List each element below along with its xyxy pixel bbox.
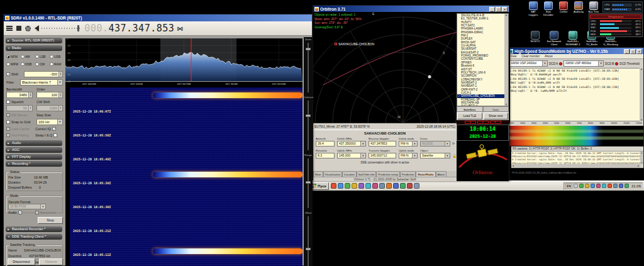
panel-header-audio[interactable]: ▶Audio xyxy=(6,140,62,146)
dropdown-arrow-icon[interactable]: ▼ xyxy=(598,61,603,66)
downlink-mode-dropdown[interactable]: FM-N▼ xyxy=(399,141,418,147)
bandwidth-input[interactable]: 3480▲▼ xyxy=(6,92,33,98)
quicklaunch-icon[interactable] xyxy=(365,183,371,189)
tray-icon[interactable] xyxy=(596,184,601,188)
transmit-doppler-field[interactable]: 145.000712 xyxy=(369,153,396,158)
close-icon[interactable]: × xyxy=(636,49,642,54)
tab-main[interactable]: Main xyxy=(313,171,323,177)
tab-visualisation[interactable]: Visualisation xyxy=(323,171,343,177)
elevation-field[interactable]: 8.3 xyxy=(316,153,335,158)
tray-icon[interactable] xyxy=(625,184,629,188)
radio-button-icon[interactable] xyxy=(6,62,10,66)
receive-doppler-field[interactable]: 437.347853 xyxy=(369,141,396,147)
slider-offset[interactable]: Offset xyxy=(304,211,313,266)
tray-icon[interactable] xyxy=(602,184,606,188)
mode-wfm[interactable]: WFM xyxy=(6,60,21,68)
desktop-icon-sat-network-client[interactable]: Sat Network Client xyxy=(545,31,564,46)
mode-nfm[interactable]: NFM xyxy=(6,53,21,60)
order-input[interactable]: 100▲▼ xyxy=(36,92,63,98)
tray-icon[interactable] xyxy=(613,184,618,188)
panel-header-baseband-recorder[interactable]: ▶Baseband Recorder * xyxy=(6,226,62,232)
checkbox-checked-icon[interactable]: ✓ xyxy=(52,127,56,131)
minimize-icon[interactable]: _ xyxy=(624,49,630,54)
filter-dropdown[interactable]: Blackman-Harris 7▼ xyxy=(20,79,63,86)
speaker-icon[interactable]: ) xyxy=(35,25,38,31)
baseband-checkbox[interactable]: Baseband xyxy=(35,211,55,214)
correct-iq-checkbox[interactable]: Correct IQ✓ xyxy=(35,127,56,131)
checkbox-icon[interactable] xyxy=(6,120,10,124)
dropdown-arrow-icon[interactable]: ▼ xyxy=(360,141,365,146)
desktop-icon-getkiss-nushsat-1[interactable]: GetKISS+ NUSHSAT-1 xyxy=(564,31,582,46)
scroll-down-icon[interactable]: ▼ xyxy=(504,103,508,106)
frequency-display[interactable]: 000.437.347.853 ⋈ xyxy=(84,23,183,34)
panel-header-agc[interactable]: ▶AGC xyxy=(6,147,62,153)
spinner-icon[interactable]: ▲▼ xyxy=(58,72,62,77)
radio-button-icon[interactable] xyxy=(50,55,53,58)
mode-lsb[interactable]: LSB xyxy=(35,53,50,60)
desktop-icon-sat-loggers[interactable]: SAT Loggers xyxy=(526,1,541,16)
volume-slider-thumb[interactable] xyxy=(77,25,79,31)
slider-track[interactable] xyxy=(308,101,309,150)
satellite-list-item[interactable]: 3UCUBED-A xyxy=(457,104,504,106)
panel-header-fft[interactable]: ▶FFT Display xyxy=(6,154,62,160)
soundmodem-waterfall[interactable] xyxy=(508,126,643,146)
mode-dsb[interactable]: DSB xyxy=(21,60,35,68)
time-realtime-icon[interactable]: ● xyxy=(477,121,489,124)
uplink-dropdown[interactable]: 145.000▼ xyxy=(337,153,366,158)
driver-refresh-icon[interactable]: ⟳ xyxy=(452,141,455,145)
sdrsharp-titlebar[interactable]: SDR# v1.0.0.1490 - RTL-SDR (R820T) xyxy=(4,14,312,21)
load-tle-button[interactable]: Load TLE xyxy=(457,113,482,119)
time-forward-icon[interactable]: ► xyxy=(490,121,501,124)
lock-carrier-checkbox[interactable]: Lock Carrier xyxy=(6,127,30,131)
satellite-list-scrollbar[interactable]: ▲▼ xyxy=(504,14,508,106)
disconnect-button[interactable]: Disconnect xyxy=(8,258,35,265)
tray-icon[interactable] xyxy=(608,184,612,188)
maximize-icon[interactable]: □ xyxy=(630,49,636,54)
slider-contrast[interactable]: Contrast xyxy=(304,96,313,153)
desktop-icon-audacity[interactable]: Audacity xyxy=(571,1,586,16)
audio-checkbox[interactable]: Audio✓ xyxy=(8,211,22,214)
snap-to-grid-checkbox[interactable]: Snap to Grid xyxy=(6,120,30,124)
stop-button[interactable]: Stop xyxy=(38,217,63,224)
mode-am[interactable]: AM xyxy=(21,53,35,60)
radio-button-icon[interactable] xyxy=(21,55,25,58)
quicklaunch-icon[interactable] xyxy=(379,183,385,189)
stop-icon[interactable] xyxy=(16,26,21,31)
quicklaunch-icon[interactable] xyxy=(414,183,419,189)
quicklaunch-icon[interactable] xyxy=(372,183,378,189)
quicklaunch-icon[interactable] xyxy=(400,183,406,189)
tab-prediction[interactable]: Prediction xyxy=(400,171,416,177)
scroll-down-icon[interactable]: ▼ xyxy=(640,162,643,164)
tab-sat-orbit-info[interactable]: Sat/Orbit info xyxy=(357,171,377,177)
anti-fading-checkbox[interactable]: Anti-Fading xyxy=(6,133,29,137)
quicklaunch-icon[interactable] xyxy=(393,183,399,189)
menu-clear-monitor[interactable]: Clear monitor xyxy=(521,54,540,58)
shift-checkbox[interactable]: ✓Shift xyxy=(6,72,18,76)
menu-icon[interactable] xyxy=(6,26,13,31)
frequency-value[interactable]: 437.347.853 xyxy=(108,23,174,34)
quicklaunch-icon[interactable] xyxy=(407,183,413,189)
radio-button-icon[interactable] xyxy=(21,62,25,66)
spinner-icon[interactable]: ▲▼ xyxy=(28,92,32,97)
language-indicator[interactable]: EN xyxy=(565,184,572,189)
close-icon[interactable]: × xyxy=(502,7,508,12)
fm-stereo-checkbox[interactable]: FM Stereo xyxy=(6,113,27,117)
tray-icon[interactable] xyxy=(619,184,623,188)
panel-header-source[interactable]: ▶Source: RTL-SDR (R820T) xyxy=(6,38,62,43)
menu-about[interactable]: About xyxy=(545,54,553,58)
modem-a-dropdown[interactable]: GMSK USP 2400bd▼ xyxy=(509,60,548,67)
panel-header-dde-tracking[interactable]: ▼DDE Tracking Client * xyxy=(6,234,62,240)
show-next-button[interactable]: Show next xyxy=(484,113,509,119)
squelch-checkbox[interactable]: Squelch xyxy=(6,100,23,104)
radio-button-icon[interactable] xyxy=(35,62,39,66)
radio-button-icon[interactable] xyxy=(50,62,53,66)
scroll-up-icon[interactable]: ▲ xyxy=(640,68,643,70)
dropdown-arrow-icon[interactable]: ▼ xyxy=(412,141,417,146)
minimize-icon[interactable]: _ xyxy=(489,7,495,12)
checkbox-icon[interactable] xyxy=(53,133,57,137)
slider-thumb[interactable] xyxy=(306,114,311,117)
quicklaunch-icon[interactable] xyxy=(345,183,350,189)
mode-raw[interactable]: RAW xyxy=(50,60,64,68)
scroll-up-icon[interactable]: ▲ xyxy=(640,152,643,154)
http-log-hscrollbar[interactable]: ◄► xyxy=(511,164,640,168)
